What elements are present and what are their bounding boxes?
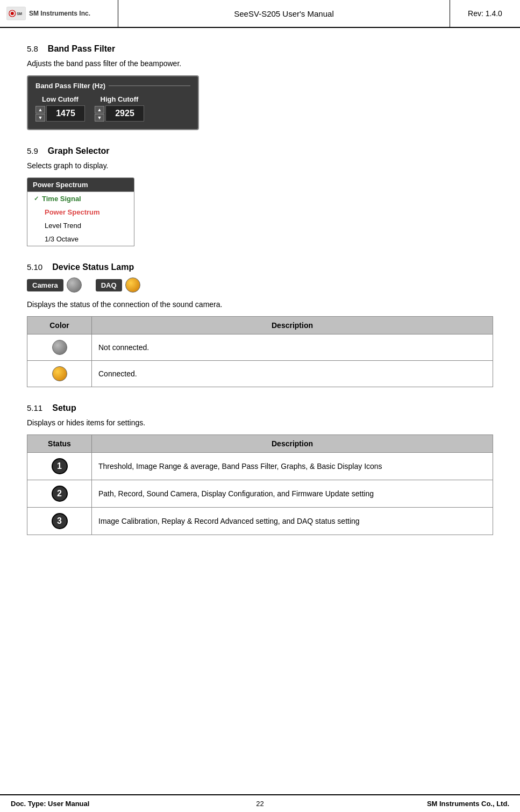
gs-item-1-3-octave[interactable]: 1/3 Octave [27,232,134,246]
table-row: 3 Image Calibration, Replay & Record Adv… [27,508,493,535]
bpf-high-spinbox[interactable]: ▲ ▼ 2925 [95,105,144,122]
section-5-8-heading: 5.8 Band Pass Filter [27,44,493,54]
band-pass-filter-widget: Band Pass Filter (Hz) Low Cutoff ▲ ▼ 147… [27,75,199,130]
page-footer: Doc. Type: User Manual 22 SM Instruments… [0,794,520,812]
section-5-8-title: Band Pass Filter [48,44,115,54]
gs-item-time-signal-label: Time Signal [42,195,81,203]
section-5-11: 5.11 Setup Displays or hides items for s… [27,403,493,535]
device-status-connected-desc: Connected. [92,361,493,387]
setup-row-3-icon-cell: 3 [27,508,92,535]
bpf-controls-row: Low Cutoff ▲ ▼ 1475 High Cutoff ▲ [35,95,190,122]
daq-lamp-indicator [125,277,140,293]
graph-selector-button-label: Power Spectrum [33,181,88,189]
camera-lamp-indicator [67,277,82,293]
section-5-8-number: 5.8 [27,44,38,53]
setup-table-header-row: Status Description [27,435,493,453]
setup-row-3-desc: Image Calibration, Replay & Record Advan… [92,508,493,535]
section-5-10: 5.10 Device Status Lamp Camera DAQ Displ… [27,262,493,387]
bpf-high-arrows[interactable]: ▲ ▼ [95,106,104,122]
section-5-9-desc: Selects graph to display. [27,161,493,170]
section-5-11-number: 5.11 [27,403,42,412]
orange-lamp-icon [52,366,67,381]
gray-lamp-icon [52,340,67,355]
bpf-low-cutoff-col: Low Cutoff ▲ ▼ 1475 [35,95,85,122]
setup-status-header: Status [27,435,92,453]
gs-item-level-trend[interactable]: Level Trend [27,219,134,232]
setup-row-1-desc: Threshold, Image Range & average, Band P… [92,453,493,480]
bpf-low-spinbox[interactable]: ▲ ▼ 1475 [35,105,85,122]
graph-selector-widget[interactable]: Power Spectrum ✓ Time Signal Power Spect… [27,177,134,246]
section-5-9-heading: 5.9 Graph Selector [27,146,493,156]
graph-selector-dropdown[interactable]: ✓ Time Signal Power Spectrum Level Trend… [27,192,134,246]
setup-icon-2: 2 [52,486,68,502]
footer-company: SM Instruments Co., Ltd. [343,800,509,808]
daq-lamp-label: DAQ [96,279,122,291]
setup-icon-3: 3 [52,513,68,529]
gs-item-power-spectrum-label: Power Spectrum [45,208,100,216]
bpf-title-line [109,86,190,86]
lamp-row: Camera DAQ [27,277,493,293]
section-5-10-title: Device Status Lamp [52,262,134,272]
section-5-10-heading: 5.10 Device Status Lamp [27,262,493,272]
setup-table: Status Description 1 Threshold, Image Ra… [27,435,493,535]
device-status-description-header: Description [92,317,493,334]
bpf-title: Band Pass Filter (Hz) [35,82,190,90]
table-row: Not connected. [27,334,493,361]
setup-row-2-icon-cell: 2 [27,480,92,508]
bpf-low-up-arrow[interactable]: ▲ [35,106,45,113]
table-row: 1 Threshold, Image Range & average, Band… [27,453,493,480]
gs-item-time-signal[interactable]: ✓ Time Signal [27,192,134,205]
logo-icon: SM [6,4,26,23]
graph-selector-button[interactable]: Power Spectrum [27,177,134,192]
device-status-table-header-row: Color Description [27,317,493,334]
section-5-11-desc: Displays or hides items for settings. [27,418,493,427]
bpf-high-label: High Cutoff [101,95,139,103]
company-logo: SM SM Instruments Inc. [6,4,90,23]
device-status-table: Color Description Not connected. Connect… [27,316,493,387]
section-5-11-title: Setup [52,403,76,413]
bpf-high-value: 2925 [105,105,144,122]
device-status-color-header: Color [27,317,92,334]
section-5-8-desc: Adjusts the band pass filter of the beam… [27,59,493,68]
setup-icon-1: 1 [52,458,68,474]
svg-text:SM: SM [17,12,22,16]
company-name: SM Instruments Inc. [29,10,90,17]
section-5-9-title: Graph Selector [48,146,110,156]
bpf-high-up-arrow[interactable]: ▲ [95,106,104,113]
manual-title: SeeSV-S205 User's Manual [118,0,450,27]
gs-item-1-3-octave-label: 1/3 Octave [45,235,79,243]
bpf-low-label: Low Cutoff [42,95,79,103]
section-5-9: 5.9 Graph Selector Selects graph to disp… [27,146,493,246]
bpf-low-down-arrow[interactable]: ▼ [35,114,45,122]
bpf-high-down-arrow[interactable]: ▼ [95,114,104,122]
setup-description-header: Description [92,435,493,453]
bpf-low-value: 1475 [46,105,85,122]
device-status-orange-cell [27,361,92,387]
page-content: 5.8 Band Pass Filter Adjusts the band pa… [0,28,520,562]
section-5-9-number: 5.9 [27,146,38,155]
device-status-gray-cell [27,334,92,361]
setup-row-1-icon-cell: 1 [27,453,92,480]
table-row: Connected. [27,361,493,387]
device-status-not-connected-desc: Not connected. [92,334,493,361]
section-5-10-number: 5.10 [27,262,42,272]
table-row: 2 Path, Record, Sound Camera, Display Co… [27,480,493,508]
footer-doc-type: Doc. Type: User Manual [11,800,177,808]
setup-row-2-desc: Path, Record, Sound Camera, Display Conf… [92,480,493,508]
page-header: SM SM Instruments Inc. SeeSV-S205 User's… [0,0,520,28]
revision: Rev: 1.4.0 [450,0,520,27]
footer-page-number: 22 [177,800,343,808]
section-5-8: 5.8 Band Pass Filter Adjusts the band pa… [27,44,493,130]
gs-checkmark-time-signal: ✓ [34,195,39,202]
gs-item-power-spectrum[interactable]: Power Spectrum [27,205,134,219]
svg-point-2 [11,12,14,15]
gs-item-level-trend-label: Level Trend [45,222,81,230]
section-5-11-heading: 5.11 Setup [27,403,493,413]
camera-lamp-label: Camera [27,279,63,291]
bpf-high-cutoff-col: High Cutoff ▲ ▼ 2925 [95,95,144,122]
bpf-low-arrows[interactable]: ▲ ▼ [35,106,45,122]
section-5-10-desc: Displays the status of the connection of… [27,300,493,309]
logo-area: SM SM Instruments Inc. [0,0,118,27]
